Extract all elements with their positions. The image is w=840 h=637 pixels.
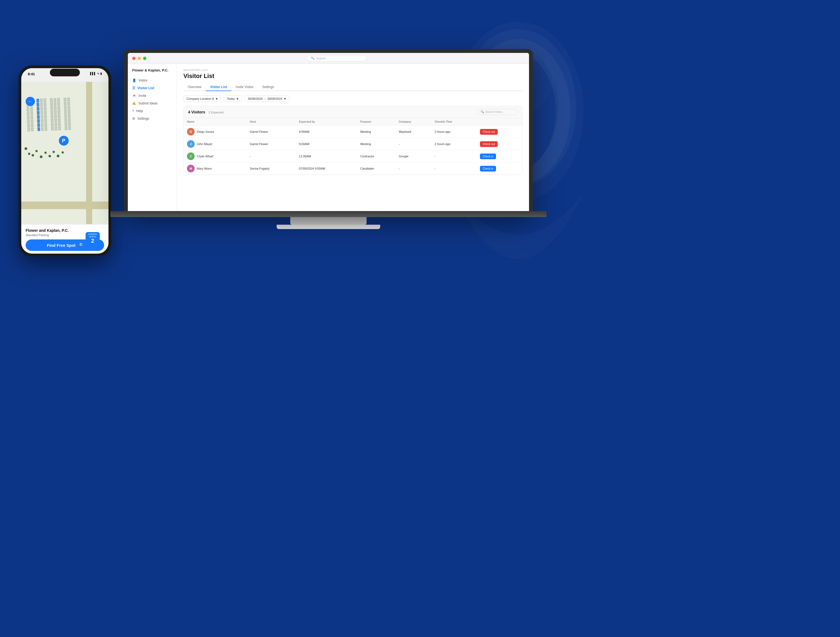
parking-col-highlighted	[36, 98, 40, 131]
parking-spot	[57, 98, 59, 101]
col-name: Name	[184, 118, 247, 126]
sidebar-item-submit-ideas[interactable]: ✍ Submit Ideas	[128, 100, 177, 107]
parking-spot	[40, 111, 43, 114]
phone-time: 9:41	[28, 72, 35, 76]
date-filter[interactable]: Today ▼	[224, 95, 242, 102]
phone-back-button[interactable]: ←	[25, 97, 35, 106]
parking-spot	[44, 127, 47, 131]
cell-company: Google	[395, 150, 431, 163]
visitor-name: Diego Souza	[197, 130, 214, 133]
col-expected: Expected by	[296, 118, 357, 126]
url-search-input[interactable]: 🔍 Search ...	[306, 55, 366, 62]
date-filter-label: Today	[227, 97, 235, 100]
cell-host: Serina Fogarty	[247, 163, 296, 175]
tab-visitor-list[interactable]: Visitor List	[206, 84, 231, 91]
laptop-base	[111, 211, 546, 217]
parking-spot	[41, 115, 43, 119]
close-dot[interactable]	[132, 57, 136, 60]
visitor-avatar: J	[187, 140, 194, 148]
parking-spot-selected	[36, 103, 39, 106]
parking-p-marker: P	[59, 136, 69, 145]
sidebar-item-visitor-list[interactable]: ☰ Visitor List	[128, 84, 177, 92]
chevron-down-icon: ▼	[283, 97, 286, 100]
battery-icon: ▮	[100, 72, 102, 75]
expected-badge: 2 Expected	[208, 111, 224, 114]
date-range-label: 30/08/2024 → 30/08/2024	[248, 97, 283, 100]
parking-spot	[27, 119, 30, 123]
sidebar-item-settings[interactable]: ⚙ Settings	[128, 115, 177, 122]
wifi-icon: ∿	[97, 72, 99, 75]
cell-checkin-time: 2 hours ago	[431, 138, 477, 150]
col-company: Company	[395, 118, 431, 126]
visitor-avatar: D	[187, 128, 194, 136]
maximize-dot[interactable]	[143, 57, 146, 60]
parking-spot	[68, 110, 70, 114]
checkout-button[interactable]: Check out	[480, 129, 498, 135]
back-arrow-icon: ←	[28, 99, 32, 104]
parking-spot-selected	[37, 123, 40, 127]
checkout-button[interactable]: Check out	[480, 141, 498, 147]
phone-notch	[50, 69, 80, 76]
parking-spot	[54, 106, 56, 110]
sidebar-item-invite[interactable]: 💌 Invite	[128, 92, 177, 100]
cell-expected-by: 9:00AM	[296, 126, 357, 138]
cell-expected-by: 11:00AM	[296, 150, 357, 163]
available-spaces-badge: AvailableSpaces 2	[85, 232, 100, 245]
visitor-name: Clyde Wharf	[197, 155, 213, 158]
laptop-screen: 🔍 Search ... Flower & Kaplan, P.C. 👤 Vis…	[128, 53, 529, 211]
parking-spot	[50, 98, 52, 102]
table-row: J John Mayer Garret Flower 9:00AM Meetin…	[184, 138, 522, 150]
parking-spot	[40, 103, 43, 106]
tab-overview[interactable]: Overview	[183, 84, 206, 91]
minimize-dot[interactable]	[137, 57, 141, 60]
parking-spot	[41, 123, 43, 126]
parking-spot	[44, 115, 47, 119]
sidebar-label-settings: Settings	[137, 117, 149, 120]
cell-name: M Mary Moon	[184, 163, 247, 175]
parking-spot-selected	[37, 115, 39, 119]
filters-row: Company Location A ▼ Today ▼ 30/08/2024 …	[183, 95, 523, 102]
cell-checkin-time: 2 hours ago	[431, 126, 477, 138]
table-row: D Diego Souza Garret Flower 9:00AM Meeti…	[184, 126, 522, 138]
visitor-search-input[interactable]: 🔍 Search Visitor...	[477, 109, 518, 115]
map-tree	[49, 155, 51, 157]
laptop-body: 🔍 Search ... Flower & Kaplan, P.C. 👤 Vis…	[124, 49, 533, 211]
parking-spot	[64, 102, 66, 105]
parking-col	[54, 98, 57, 130]
parking-spot	[27, 123, 30, 127]
parking-spot	[30, 111, 33, 115]
laptop-main-content: WAYVISITOR | List Visitor List Overview …	[177, 64, 529, 211]
location-filter-label: Company Location A	[186, 97, 214, 100]
col-host: Host	[247, 118, 296, 126]
date-range-filter[interactable]: 30/08/2024 → 30/08/2024 ▼	[245, 95, 289, 102]
location-filter[interactable]: Company Location A ▼	[183, 95, 221, 102]
sidebar-company-name: Flower & Kaplan, P.C.	[128, 68, 177, 77]
search-bar-area: 🔍 Search ...	[148, 55, 525, 62]
parking-spot	[54, 110, 57, 114]
tab-invite-visitor[interactable]: Invite Visitor	[231, 84, 258, 91]
parking-spot	[44, 107, 46, 110]
table-body: D Diego Souza Garret Flower 9:00AM Meeti…	[184, 126, 522, 175]
bottom-card-content: Flower and Kaplan, P.C. Standard Parking…	[25, 228, 104, 237]
sidebar-label-visitor: Visitor	[139, 79, 147, 82]
cell-name: D Diego Souza	[184, 126, 247, 138]
parking-spot-selected	[37, 107, 39, 111]
sidebar-item-help[interactable]: ? Help	[128, 107, 177, 115]
available-count: 2	[88, 238, 97, 243]
sidebar-item-visitor[interactable]: 👤 Visitor	[128, 77, 177, 84]
tab-settings[interactable]: Settings	[258, 84, 278, 91]
checkin-button[interactable]: Check in	[480, 153, 496, 159]
cell-purpose: Contractor	[357, 150, 395, 163]
parking-spot	[58, 114, 60, 118]
sidebar-label-invite: Invite	[139, 94, 146, 98]
table-header: Name Host Expected by Purpose Company Ch…	[184, 118, 522, 126]
breadcrumb: WAYVISITOR | List	[183, 69, 523, 71]
parking-spot	[68, 126, 71, 130]
map-tree	[57, 155, 59, 157]
sidebar-label-visitor-list: Visitor List	[137, 86, 154, 90]
parking-spot	[31, 127, 33, 131]
parking-spot	[43, 98, 46, 102]
checkin-button[interactable]: Check in	[480, 166, 496, 172]
person-icon: 👤	[132, 79, 136, 82]
table-row: C Clyde Wharf - 11:00AM Contractor Googl…	[184, 150, 522, 163]
